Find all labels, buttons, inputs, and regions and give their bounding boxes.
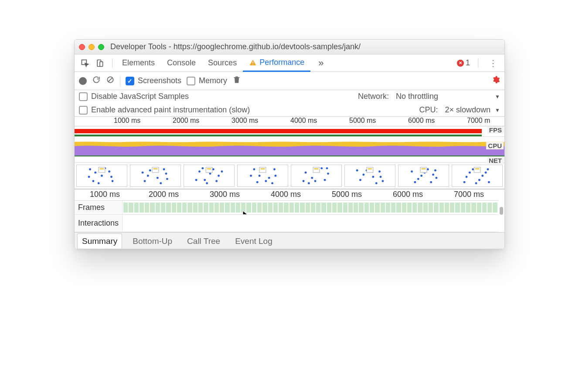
disable-js-checkbox[interactable]: Disable JavaScript Samples bbox=[79, 92, 189, 101]
tab-console[interactable]: Console bbox=[161, 54, 202, 72]
svg-rect-112 bbox=[475, 168, 480, 169]
screenshot-thumbnail[interactable] bbox=[452, 165, 503, 187]
frames-track-body[interactable] bbox=[123, 201, 498, 214]
toggle-device-toolbar-icon[interactable] bbox=[94, 57, 106, 69]
error-count-badge[interactable]: 1 bbox=[457, 58, 470, 68]
details-tab-strip: Summary Bottom-Up Call Tree Event Log bbox=[75, 232, 504, 249]
fps-histogram bbox=[75, 135, 482, 136]
tab-summary[interactable]: Summary bbox=[77, 233, 122, 249]
clear-button[interactable] bbox=[106, 75, 115, 86]
checkbox-unchecked-icon bbox=[187, 77, 195, 85]
network-throttle-select[interactable]: Network: No throttling ▼ bbox=[358, 92, 500, 101]
svg-point-97 bbox=[435, 177, 437, 179]
divider bbox=[112, 58, 112, 68]
enable-paint-checkbox[interactable]: Enable advanced paint instrumentation (s… bbox=[79, 105, 250, 115]
tab-sources[interactable]: Sources bbox=[202, 54, 243, 72]
reload-record-button[interactable] bbox=[92, 75, 101, 86]
memory-checkbox[interactable]: Memory bbox=[187, 76, 227, 85]
screenshot-thumbnail[interactable] bbox=[291, 165, 342, 187]
devtools-tab-strip: Elements Console Sources Performance » 1… bbox=[75, 54, 504, 72]
error-icon bbox=[457, 60, 464, 67]
zoom-window-button[interactable] bbox=[98, 44, 104, 50]
record-button[interactable] bbox=[79, 77, 87, 85]
svg-point-84 bbox=[356, 169, 358, 172]
svg-rect-4 bbox=[252, 64, 253, 65]
svg-point-63 bbox=[311, 177, 313, 179]
flame-chart-ruler[interactable]: 1000 ms 2000 ms 3000 ms 4000 ms 5000 ms … bbox=[75, 189, 498, 201]
fps-overview-lane[interactable]: FPS bbox=[75, 126, 504, 137]
svg-point-62 bbox=[305, 172, 307, 174]
svg-point-88 bbox=[411, 170, 413, 172]
svg-rect-72 bbox=[313, 167, 320, 172]
close-window-button[interactable] bbox=[79, 44, 85, 50]
svg-point-54 bbox=[253, 168, 255, 170]
divider bbox=[120, 76, 120, 86]
tab-event-log[interactable]: Event Log bbox=[231, 234, 277, 249]
svg-point-39 bbox=[215, 180, 218, 182]
tab-elements[interactable]: Elements bbox=[116, 54, 161, 72]
net-overview-lane[interactable]: NET bbox=[75, 157, 504, 163]
customize-menu-button[interactable]: ⋮ bbox=[486, 58, 500, 68]
cpu-lane-label: CPU bbox=[486, 142, 504, 149]
svg-point-104 bbox=[485, 172, 487, 174]
svg-point-110 bbox=[463, 181, 466, 183]
minimize-window-button[interactable] bbox=[89, 44, 95, 50]
svg-rect-3 bbox=[252, 61, 253, 63]
svg-rect-34 bbox=[153, 168, 158, 169]
svg-point-80 bbox=[362, 174, 364, 176]
traffic-lights bbox=[79, 44, 104, 50]
svg-rect-60 bbox=[261, 168, 265, 169]
cpu-overview-lane[interactable]: CPU bbox=[75, 137, 504, 157]
checkbox-checked-icon bbox=[126, 77, 134, 85]
interactions-track-body[interactable] bbox=[123, 215, 498, 232]
interactions-track[interactable]: Interactions bbox=[75, 215, 498, 232]
svg-point-56 bbox=[259, 175, 261, 177]
screenshot-thumbnail[interactable] bbox=[76, 165, 127, 187]
screenshot-thumbnail[interactable] bbox=[344, 165, 395, 187]
svg-point-93 bbox=[414, 181, 416, 183]
svg-point-44 bbox=[218, 175, 220, 177]
capture-settings-button[interactable] bbox=[491, 75, 500, 86]
performance-toolbar: Screenshots Memory bbox=[75, 72, 504, 90]
fps-dropped-frames-bar bbox=[75, 129, 482, 133]
svg-point-41 bbox=[201, 167, 204, 169]
checkbox-unchecked-icon bbox=[79, 92, 88, 101]
svg-point-27 bbox=[166, 178, 168, 180]
screenshot-thumbnail[interactable] bbox=[130, 165, 181, 187]
screenshot-filmstrip[interactable] bbox=[75, 163, 504, 189]
tab-bottom-up[interactable]: Bottom-Up bbox=[128, 234, 177, 249]
fps-lane-label: FPS bbox=[487, 126, 504, 134]
screenshot-thumbnail[interactable] bbox=[398, 165, 449, 187]
svg-point-57 bbox=[271, 182, 273, 184]
svg-rect-99 bbox=[422, 168, 426, 169]
more-tabs-button[interactable]: » bbox=[312, 54, 330, 72]
svg-point-40 bbox=[221, 170, 223, 172]
svg-rect-85 bbox=[367, 167, 373, 172]
warning-icon bbox=[249, 59, 257, 67]
tab-performance[interactable]: Performance bbox=[243, 54, 310, 72]
screenshots-checkbox[interactable]: Screenshots bbox=[126, 76, 181, 85]
svg-point-96 bbox=[432, 174, 434, 176]
svg-point-23 bbox=[144, 180, 146, 182]
screenshot-thumbnail[interactable] bbox=[184, 165, 235, 187]
cpu-chart bbox=[75, 137, 504, 156]
vertical-scrollbar[interactable] bbox=[498, 189, 504, 232]
collect-garbage-button[interactable] bbox=[232, 75, 241, 86]
tab-call-tree[interactable]: Call Tree bbox=[183, 234, 225, 249]
window-title: Developer Tools - https://googlechrome.g… bbox=[110, 42, 361, 51]
overview-time-ruler[interactable]: 1000 ms 2000 ms 3000 ms 4000 ms 5000 ms … bbox=[75, 117, 504, 126]
svg-point-69 bbox=[314, 180, 317, 182]
svg-point-101 bbox=[466, 176, 468, 178]
svg-point-79 bbox=[381, 180, 384, 182]
interactions-track-label: Interactions bbox=[75, 215, 123, 232]
svg-rect-111 bbox=[474, 167, 480, 172]
svg-point-24 bbox=[149, 169, 151, 172]
memory-label: Memory bbox=[199, 76, 227, 85]
svg-point-106 bbox=[469, 172, 471, 174]
cpu-throttle-select[interactable]: CPU: 2× slowdown ▼ bbox=[419, 105, 500, 115]
svg-point-89 bbox=[417, 178, 419, 180]
svg-point-31 bbox=[165, 172, 167, 175]
inspect-element-icon[interactable] bbox=[79, 57, 91, 69]
frames-track[interactable]: Frames bbox=[75, 201, 498, 215]
screenshot-thumbnail[interactable] bbox=[237, 165, 288, 187]
